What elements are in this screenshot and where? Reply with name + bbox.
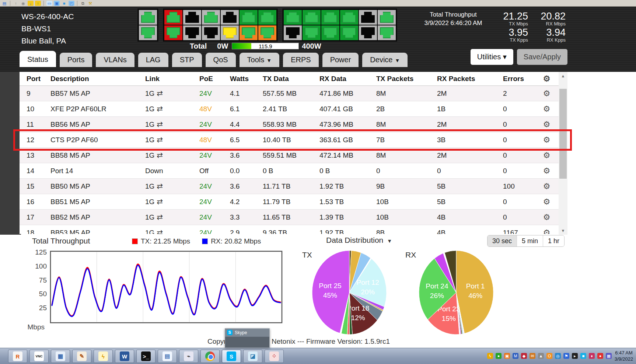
tray-diamond[interactable]: ◆ [521,353,527,359]
windows-icon[interactable]: ⧉ [80,1,86,6]
table-row-port-16[interactable]: 16BB51 M5 AP1G⇄24V4.211.79 TB1.53 TB10B5… [20,194,559,210]
scale-icon[interactable]: ◰ [69,1,74,6]
tray-update[interactable]: ▣ [504,353,510,359]
window-icon[interactable]: ▭ [46,1,52,6]
taskbar-button-remote-tool[interactable]: ⌁ [179,350,198,363]
tray-pink[interactable]: ♦ [589,353,595,359]
tab-lag[interactable]: LAG [138,53,168,67]
port-led[interactable] [221,10,239,25]
scrollbar-thumb[interactable] [559,89,567,179]
row-settings-gear-icon[interactable]: ⚙ [535,101,559,116]
port-led[interactable] [240,10,258,25]
port-led[interactable] [321,10,339,25]
port-led[interactable] [378,25,396,40]
disc-icon[interactable]: ◉ [20,1,26,6]
taskbar-button-skype[interactable]: S [222,350,241,363]
tray-mail-m[interactable]: M [513,353,518,359]
port-led[interactable] [359,25,377,40]
port-led[interactable] [258,10,276,25]
tray-play[interactable]: ▸ [572,353,578,359]
table-row-port-9[interactable]: 9BB57 M5 AP1G⇄24V4.1557.55 MB471.86 MB8M… [20,86,559,101]
row-settings-gear-icon[interactable]: ⚙ [535,117,559,132]
port-led[interactable] [303,25,321,40]
tray-flag[interactable]: ⚑ [563,353,569,359]
table-row-port-15[interactable]: 15BB50 M5 AP1G⇄24V3.611.71 TB1.92 TB9B5B… [20,179,559,194]
taskbar-button-vnc-viewer[interactable]: VNC [29,350,49,363]
taskbar-button-paint[interactable]: ✎ [72,350,91,363]
table-row-port-14[interactable]: 14Port 14DownOff0.00 B0 B000⚙ [20,163,559,179]
row-settings-gear-icon[interactable]: ⚙ [535,132,559,147]
tab-tools[interactable]: Tools▼ [240,53,280,67]
taskbar-button-notepad[interactable]: ▤ [158,350,177,363]
taskbar-button-command-prompt[interactable]: >_ [136,350,155,363]
tab-ports[interactable]: Ports [60,53,92,67]
row-settings-gear-icon[interactable]: ⚙ [535,148,559,163]
tab-power[interactable]: Power [322,53,359,67]
tray-blue-sq[interactable]: ■ [580,353,586,359]
port-led[interactable] [164,10,182,25]
fullscreen-icon[interactable]: ▣ [54,1,60,6]
row-settings-gear-icon[interactable]: ⚙ [535,210,559,225]
port-led[interactable] [359,10,377,25]
port-led[interactable] [164,25,182,40]
port-led[interactable] [284,25,302,40]
row-settings-gear-icon[interactable]: ⚙ [535,179,559,194]
tab-qos[interactable]: QoS [206,53,236,67]
range-button-5-min[interactable]: 5 min [517,235,543,246]
taskbar-clock[interactable]: 6:47 AM 3/9/2022 [612,350,635,362]
port-led[interactable] [340,25,358,40]
port-led[interactable] [284,10,302,25]
taskbar-button-word[interactable]: W [115,350,134,363]
port-led[interactable] [340,10,358,25]
tray-volume[interactable]: ▲ [538,353,544,359]
range-button-1-hr[interactable]: 1 hr [543,235,564,246]
port-led[interactable] [183,25,201,40]
data-distribution-title[interactable]: Data Distribution▼ [326,236,392,245]
taskbar-button-red-app[interactable]: ⁘ [265,350,284,363]
tray-envelope[interactable]: ✉ [530,353,535,359]
port-led[interactable] [139,25,157,40]
port-led[interactable] [183,10,201,25]
tray-power[interactable]: ϟ [487,353,493,359]
tray-red-dot[interactable]: ● [597,353,603,359]
table-row-port-18[interactable]: 18BB53 M5 AP1G⇄24V2.99.36 TB1.92 TB8B4B1… [20,225,559,234]
table-settings-gear-icon[interactable]: ⚙ [535,72,559,85]
port-led[interactable] [303,10,321,25]
taskbar-button-calculator[interactable]: ▦ [51,350,70,363]
tab-erps[interactable]: ERPS [283,53,318,67]
row-settings-gear-icon[interactable]: ⚙ [535,194,559,209]
tray-grid[interactable]: ▦ [606,353,612,359]
table-row-port-12[interactable]: 12CTS P2P AF601G⇄48V6.510.40 TB363.61 GB… [20,132,559,148]
port-led[interactable] [258,25,276,40]
table-row-port-13[interactable]: 13BB58 M5 AP1G⇄24V3.6559.51 MB472.14 MB8… [20,148,559,163]
solid-screen-icon[interactable]: ■ [61,1,67,6]
save-apply-button[interactable]: Save/Apply [517,49,567,65]
table-row-port-10[interactable]: 10XFE P2P AF60LR1G⇄48V6.12.41 TB407.41 G… [20,101,559,117]
send-file-icon[interactable]: ↑ [13,1,19,6]
table-row-port-17[interactable]: 17BB52 M5 AP1G⇄24V3.311.65 TB1.39 TB10B4… [20,210,559,225]
range-button-30-sec[interactable]: 30 sec [488,235,517,246]
tray-shield[interactable]: ● [496,353,502,359]
file-download-icon[interactable]: ↓ [28,1,34,6]
taskbar-button-photo-viewer[interactable]: ◪ [243,350,262,363]
file-upload-icon[interactable]: ↑ [35,1,41,6]
port-led[interactable] [221,25,239,40]
tray-orange-o[interactable]: O [546,353,552,359]
scrollbar-up-arrow[interactable]: ▲ [559,72,567,80]
row-settings-gear-icon[interactable]: ⚙ [535,86,559,101]
row-settings-gear-icon[interactable]: ⚙ [535,163,559,178]
chat-icon[interactable]: ▤ [1,1,7,6]
port-led[interactable] [139,10,157,25]
tray-network[interactable]: ◎ [555,353,561,359]
tools-icon[interactable]: ⚒ [87,1,93,6]
utilities-button[interactable]: Utilities ▾ [471,49,513,65]
port-led[interactable] [378,10,396,25]
skype-taskbar-popup[interactable]: S Skype [225,328,270,348]
taskbar-button-chrome[interactable] [200,350,220,363]
port-led[interactable] [321,25,339,40]
port-led[interactable] [202,10,220,25]
tab-device[interactable]: Device▼ [362,53,408,67]
row-settings-gear-icon[interactable]: ⚙ [535,225,559,234]
scrollbar-down-arrow[interactable]: ▼ [559,227,567,235]
port-led[interactable] [202,25,220,40]
